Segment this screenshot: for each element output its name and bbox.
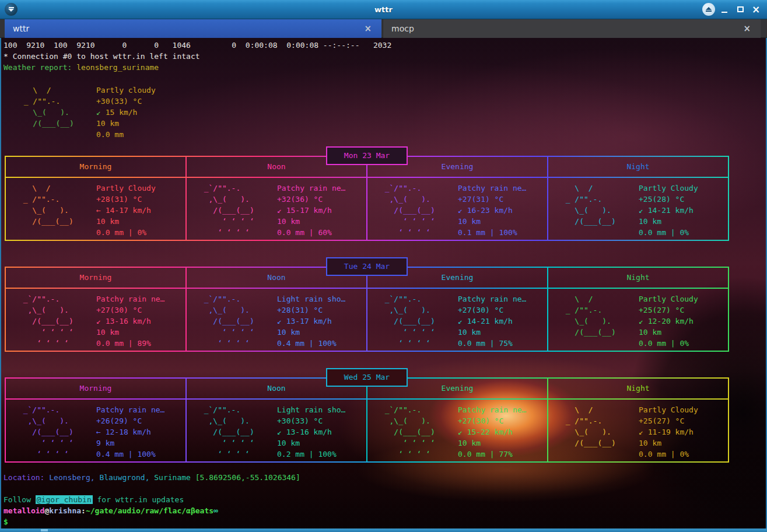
weather-art-partly-cloudy: \ / _ /"".-. \_( ). /(___(__) — [556, 183, 616, 227]
weather-art-partly-cloudy: \ / _ /"".-. \_( ). /(___(__) — [556, 404, 616, 449]
window-border-left — [0, 38, 1, 528]
current-art-cloud: \_( ). /(___(__) — [15, 107, 74, 129]
weather-details: Patchy rain ne… +27(30) °C ↙ 15-22 km/h … — [458, 404, 526, 460]
tab-label: wttr — [13, 24, 362, 33]
cell-night: \ / _ /"".-. \_( ). /(___(__) Partly Clo… — [548, 400, 728, 461]
shade-button[interactable] — [702, 3, 715, 16]
current-temp: +30(33) °C — [96, 96, 156, 107]
maximize-button[interactable] — [734, 3, 747, 16]
cell-night: \ / _ /"".-. \_( ). /(___(__) Partly Clo… — [548, 289, 728, 351]
forecast-table-tue: Tue 24 Mar Morning Noon Evening Night _`… — [5, 267, 729, 352]
weather-art-rain: _`/"".-. ,\_( ). /(___(__) ‘ ‘ ‘ ‘ ‘ ‘ ‘… — [195, 183, 254, 238]
date-box-wed: Wed 25 Mar — [326, 368, 408, 387]
weather-details: Light rain sho… +28(31) °C ↙ 13-17 km/h … — [277, 293, 345, 349]
terminal-window: wttr × wttr × mocp × 100 9210 100 9210 0… — [0, 0, 767, 532]
weather-details: Partly Cloudy +25(28) °C ↙ 14-21 km/h 10… — [639, 183, 698, 238]
current-condition: Partly cloudy — [96, 85, 156, 96]
cell-evening: _`/"".-. ,\_( ). /(___(__) ‘ ‘ ‘ ‘ ‘ ‘ ‘… — [367, 178, 547, 240]
tab-mocp[interactable]: mocp × — [383, 19, 761, 38]
weather-art-rain: _`/"".-. ,\_( ). /(___(__) ‘ ‘ ‘ ‘ ‘ ‘ ‘… — [14, 293, 73, 349]
weather-details: Patchy rain ne… +26(29) °C ← 12-18 km/h … — [96, 404, 164, 460]
weather-art-rain: _`/"".-. ,\_( ). /(___(__) ‘ ‘ ‘ ‘ ‘ ‘ ‘… — [376, 404, 435, 460]
close-icon: × — [752, 4, 760, 15]
weather-details: Partly Cloudy +25(27) °C ↙ 12-20 km/h 10… — [639, 293, 698, 349]
current-visibility: 10 km — [96, 118, 156, 129]
tab-close-icon[interactable]: × — [362, 23, 373, 34]
cell-morning: \ / _ /"".-. \_( ). /(___(__) Partly Clo… — [6, 178, 185, 240]
prompt-user: metalloid — [3, 506, 44, 515]
prompt-dollar: $ — [3, 516, 8, 527]
weather-art-rain: _`/"".-. ,\_( ). /(___(__) ‘ ‘ ‘ ‘ ‘ ‘ ‘… — [195, 293, 254, 349]
weather-details: Partly Cloudy +28(31) °C ← 14-17 km/h 10… — [96, 183, 156, 238]
curl-connection-line: * Connection #0 to host wttr.in left int… — [3, 51, 200, 62]
forecast-table-wed: Wed 25 Mar Morning Noon Evening Night _`… — [5, 377, 729, 463]
twitter-handle: @igor_chubin — [36, 495, 93, 504]
current-precip: 0.0 mm — [96, 129, 156, 140]
location-line: Location: Leonsberg, Blauwgrond, Surinam… — [3, 472, 300, 483]
cell-noon: _`/"".-. ,\_( ). /(___(__) ‘ ‘ ‘ ‘ ‘ ‘ ‘… — [187, 178, 366, 240]
location-coordinates: [5.8692506,-55.1026346] — [195, 473, 300, 482]
shell-prompt: metalloid@krishna:~/gate/audio/raw/flac/… — [3, 505, 218, 516]
weather-art-partly-cloudy: \ / _ /"".-. \_( ). /(___(__) — [14, 183, 73, 227]
cell-evening: _`/"".-. ,\_( ). /(___(__) ‘ ‘ ‘ ‘ ‘ ‘ ‘… — [367, 400, 547, 461]
window-title: wttr — [0, 0, 767, 19]
header-morning: Morning — [6, 268, 185, 288]
current-wind: ↙ 15 km/h — [96, 107, 156, 118]
tab-label: mocp — [391, 24, 741, 33]
tab-wttr[interactable]: wttr × — [5, 19, 381, 38]
weather-details: Patchy rain ne… +32(36) °C ↙ 15-17 km/h … — [277, 183, 345, 238]
weather-report-line: Weather report: leonsberg_suriname — [3, 62, 159, 73]
terminal-screen[interactable]: 100 9210 100 9210 0 0 1046 0 0:00:08 0:0… — [1, 38, 766, 528]
window-border-bottom — [0, 528, 767, 532]
weather-art-rain: _`/"".-. ,\_( ). /(___(__) ‘ ‘ ‘ ‘ ‘ ‘ ‘… — [195, 404, 254, 460]
weather-details: Patchy rain ne… +27(30) °C ↙ 14-21 km/h … — [458, 293, 526, 349]
report-location: leonsberg_suriname — [76, 63, 159, 72]
date-box-tue: Tue 24 Mar — [326, 257, 408, 276]
weather-details: Partly Cloudy +25(27) °C ↙ 11-19 km/h 10… — [639, 404, 698, 460]
current-art-sun: \ / _ /"".-. — [15, 85, 60, 107]
date-box-mon: Mon 23 Mar — [326, 146, 408, 165]
minimize-button[interactable] — [718, 3, 731, 16]
resize-notch — [41, 529, 48, 531]
cell-noon: _`/"".-. ,\_( ). /(___(__) ‘ ‘ ‘ ‘ ‘ ‘ ‘… — [187, 289, 366, 351]
tabbar: wttr × mocp × — [0, 19, 767, 38]
curl-progress-line: 100 9210 100 9210 0 0 1046 0 0:00:08 0:0… — [3, 40, 391, 51]
weather-details: Patchy rain ne… +27(31) °C ↙ 16-23 km/h … — [458, 183, 526, 238]
current-conditions: Partly cloudy +30(33) °C ↙ 15 km/h 10 km… — [96, 85, 156, 140]
tab-close-icon[interactable]: × — [741, 23, 752, 34]
prompt-path: ~/gate/audio/raw/flac/αβeats — [86, 506, 213, 515]
prompt-infinity: ∞ — [213, 506, 218, 515]
header-night: Night — [548, 157, 728, 177]
header-night: Night — [548, 268, 728, 288]
wind-arrow-icon: ↙ — [96, 108, 101, 117]
report-label: Weather report: — [3, 63, 72, 72]
follow-line: Follow @igor_chubin for wttr.in updates — [3, 494, 184, 505]
header-morning: Morning — [6, 379, 185, 398]
weather-art-rain: _`/"".-. ,\_( ). /(___(__) ‘ ‘ ‘ ‘ ‘ ‘ ‘… — [376, 293, 435, 349]
cell-evening: _`/"".-. ,\_( ). /(___(__) ‘ ‘ ‘ ‘ ‘ ‘ ‘… — [367, 289, 547, 351]
cell-morning: _`/"".-. ,\_( ). /(___(__) ‘ ‘ ‘ ‘ ‘ ‘ ‘… — [6, 400, 185, 461]
header-night: Night — [548, 379, 728, 398]
titlebar[interactable]: wttr × — [0, 0, 767, 19]
cell-noon: _`/"".-. ,\_( ). /(___(__) ‘ ‘ ‘ ‘ ‘ ‘ ‘… — [187, 400, 366, 461]
weather-details: Light rain sho… +30(33) °C ↙ 13-16 km/h … — [277, 404, 345, 460]
window-controls: × — [702, 3, 762, 16]
forecast-table-mon: Mon 23 Mar Morning Noon Evening Night \ … — [5, 156, 729, 241]
cell-night: \ / _ /"".-. \_( ). /(___(__) Partly Clo… — [548, 178, 728, 240]
weather-art-rain: _`/"".-. ,\_( ). /(___(__) ‘ ‘ ‘ ‘ ‘ ‘ ‘… — [14, 404, 73, 460]
weather-art-rain: _`/"".-. ,\_( ). /(___(__) ‘ ‘ ‘ ‘ ‘ ‘ ‘… — [376, 183, 435, 238]
weather-details: Patchy rain ne… +27(30) °C ↙ 13-16 km/h … — [96, 293, 164, 349]
weather-art-partly-cloudy: \ / _ /"".-. \_( ). /(___(__) — [556, 293, 616, 338]
close-button[interactable]: × — [750, 3, 762, 16]
cell-morning: _`/"".-. ,\_( ). /(___(__) ‘ ‘ ‘ ‘ ‘ ‘ ‘… — [6, 289, 185, 351]
prompt-host: krishna — [49, 506, 81, 515]
header-morning: Morning — [6, 157, 185, 177]
